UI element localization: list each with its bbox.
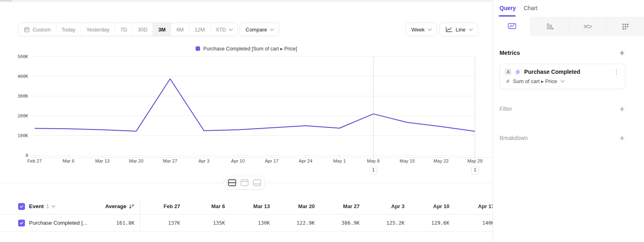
check-icon	[19, 204, 24, 209]
insights-line-icon	[508, 23, 516, 30]
metric-event-name: Purchase Completed	[524, 69, 609, 75]
calendar-icon	[24, 27, 30, 33]
row-checkbox[interactable]	[18, 219, 25, 226]
legend-label: Purchase Completed [Sum of cart ▸ Price]	[203, 46, 297, 52]
date-columns-header: Feb 27Mar 6Mar 13Mar 20Mar 27Apr 3Apr 10…	[140, 198, 493, 214]
flows-tab[interactable]	[569, 17, 607, 36]
column-header[interactable]: Apr 10	[409, 198, 454, 214]
tab-query[interactable]: Query	[500, 5, 516, 11]
breakdown-table: Event 1 Average Feb 27Mar 6Mar 13Mar 20M…	[0, 198, 493, 232]
date-range-12m[interactable]: 12M	[189, 23, 210, 36]
column-header[interactable]: Apr 3	[364, 198, 409, 214]
number-property-icon: #	[506, 79, 509, 84]
svg-text:Mar 27: Mar 27	[163, 159, 178, 163]
column-header[interactable]: Mar 6	[185, 198, 230, 214]
cell-value: 386.9K	[319, 215, 364, 231]
table-column-divider	[140, 198, 140, 231]
chevron-down-icon	[561, 79, 565, 83]
svg-text:500K: 500K	[18, 54, 29, 59]
column-header[interactable]: Mar 27	[319, 198, 364, 214]
date-range-3m[interactable]: 3M	[153, 23, 171, 36]
chevron-down-icon	[52, 204, 56, 208]
row-values: 137K135K130K122.9K386.9K125.2K129.6K140K	[140, 215, 493, 231]
date-range-7d[interactable]: 7D	[115, 23, 133, 36]
bar-chart-icon	[546, 23, 554, 30]
column-header[interactable]: Feb 27	[140, 198, 185, 214]
add-filter-button[interactable]	[619, 106, 625, 112]
chart-only-view-button[interactable]	[239, 178, 250, 188]
select-all-checkbox[interactable]	[18, 203, 25, 210]
date-range-30d[interactable]: 30D	[132, 23, 153, 36]
metric-card[interactable]: A Purchase Completed ⋮ # Sum of cart ▸ P…	[500, 64, 625, 89]
compare-label: Compare	[246, 27, 267, 33]
split-view-icon	[228, 179, 236, 186]
svg-text:Apr 17: Apr 17	[265, 159, 279, 163]
svg-text:200K: 200K	[18, 113, 29, 119]
retention-tab[interactable]	[607, 17, 644, 36]
svg-text:Feb 27: Feb 27	[27, 159, 42, 163]
table-header-row: Event 1 Average Feb 27Mar 6Mar 13Mar 20M…	[0, 198, 493, 215]
chevron-down-icon	[270, 27, 274, 31]
svg-text:Apr 24: Apr 24	[299, 159, 312, 163]
metric-property-selector[interactable]: # Sum of cart ▸ Price	[505, 78, 620, 84]
flows-icon	[583, 23, 592, 30]
add-breakdown-button[interactable]	[619, 136, 625, 141]
chart-legend[interactable]: Purchase Completed [Sum of cart ▸ Price]	[0, 46, 493, 52]
insights-line-tab[interactable]	[493, 17, 530, 36]
chevron-down-icon	[229, 27, 233, 31]
svg-text:300K: 300K	[18, 94, 29, 99]
breakdown-title: Breakdown	[500, 135, 528, 141]
date-range-today[interactable]: Today	[56, 23, 81, 36]
svg-text:Apr 3: Apr 3	[198, 159, 210, 163]
active-tab-indicator	[499, 15, 516, 17]
svg-text:Mar 13: Mar 13	[95, 159, 109, 163]
compare-button[interactable]: Compare	[239, 23, 279, 36]
granularity-dropdown[interactable]: Week	[405, 23, 437, 36]
svg-text:May 22: May 22	[433, 159, 449, 163]
svg-text:Mar 6: Mar 6	[62, 159, 74, 163]
tab-chart[interactable]: Chart	[524, 5, 537, 11]
split-view-button[interactable]	[226, 178, 237, 188]
table-only-view-button[interactable]	[251, 178, 262, 188]
cell-value: 140K	[454, 215, 493, 231]
event-selector[interactable]: Event 1	[29, 198, 55, 214]
average-sort-header[interactable]: Average	[105, 198, 134, 214]
date-range-6m[interactable]: 6M	[171, 23, 189, 36]
table-row[interactable]: Purchase Completed [... 161.8K 137K135K1…	[0, 215, 493, 232]
svg-text:Mar 20: Mar 20	[129, 159, 144, 163]
view-toggle	[224, 176, 265, 190]
chart-only-view-icon	[240, 179, 249, 186]
kebab-menu-icon[interactable]: ⋮	[613, 68, 620, 75]
chevron-down-icon	[428, 27, 432, 31]
svg-text:400K: 400K	[18, 74, 29, 79]
column-header[interactable]: Mar 20	[275, 198, 320, 214]
svg-text:Apr 10: Apr 10	[231, 159, 245, 163]
bar-chart-tab[interactable]	[530, 17, 568, 36]
table-only-view-icon	[253, 179, 261, 186]
add-metric-button[interactable]	[619, 50, 625, 56]
cell-value: 125.2K	[364, 215, 409, 231]
column-header[interactable]: Apr 17	[454, 198, 493, 214]
date-range-xtd[interactable]: XTD	[211, 23, 237, 36]
svg-text:0: 0	[25, 153, 28, 158]
cell-value: 137K	[140, 215, 185, 231]
series-line	[35, 79, 475, 131]
trend-chart[interactable]: 0100K200K300K400K500KFeb 27Mar 6Mar 13Ma…	[0, 54, 493, 177]
legend-swatch	[196, 46, 200, 51]
metric-property-label: Sum of cart ▸ Price	[513, 78, 557, 84]
chart-type-dropdown[interactable]: Line	[440, 23, 478, 36]
query-panel: Query Chart Metrics A Purchase Completed…	[493, 0, 644, 242]
top-strip-accent	[0, 0, 12, 2]
svg-text:May 15: May 15	[400, 159, 415, 163]
annotation-count-badge[interactable]: 1	[471, 167, 479, 174]
column-header[interactable]: Mar 13	[229, 198, 275, 214]
sort-icon	[128, 204, 134, 209]
metrics-title: Metrics	[500, 50, 520, 56]
event-count: 1	[46, 203, 49, 209]
svg-text:May 29: May 29	[467, 159, 483, 163]
chart-type-label: Line	[456, 27, 466, 33]
date-range-custom[interactable]: Custom	[19, 23, 56, 36]
annotation-count-badge[interactable]: 1	[369, 167, 377, 174]
cell-value: 135K	[185, 215, 230, 231]
date-range-yesterday[interactable]: Yesterday	[81, 23, 115, 36]
